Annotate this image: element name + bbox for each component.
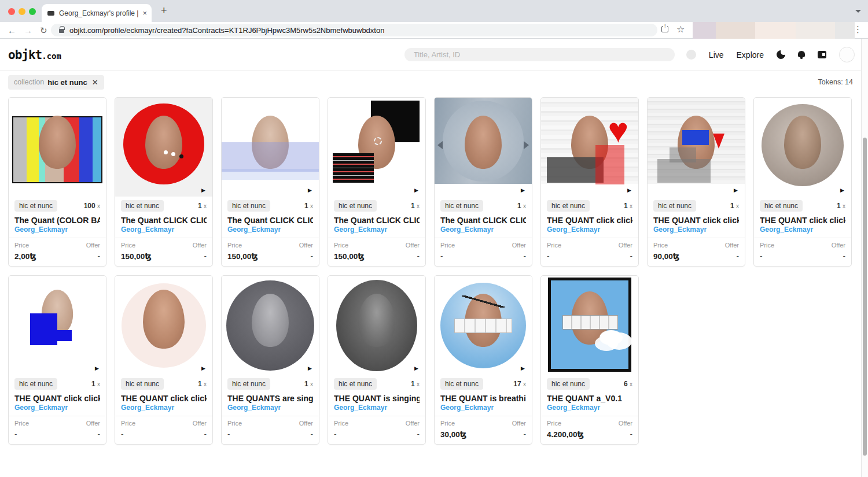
collection-badge[interactable]: hic et nunc <box>547 378 590 390</box>
token-thumb[interactable]: ▶ <box>222 98 319 197</box>
traffic-lights[interactable] <box>8 8 36 15</box>
nav-explore[interactable]: Explore <box>737 50 764 60</box>
token-title[interactable]: THE QUANTS are singing – ... <box>227 394 313 403</box>
artist-link[interactable]: Georg_Eckmayr <box>440 404 526 412</box>
browser-menu-icon[interactable]: ⋮ <box>854 24 862 35</box>
token-card[interactable]: ▶ hic et nunc 100 x The Quant (COLOR BAR… <box>8 97 106 267</box>
collection-badge[interactable]: hic et nunc <box>14 200 57 212</box>
artist-link[interactable]: Georg_Eckmayr <box>653 225 739 234</box>
artist-link[interactable]: Georg_Eckmayr <box>334 404 420 412</box>
play-icon[interactable]: ▶ <box>201 187 205 193</box>
scrollbar-thumb[interactable] <box>863 138 867 456</box>
play-icon[interactable]: ▶ <box>521 187 525 193</box>
artist-link[interactable]: Georg_Eckmayr <box>14 404 100 412</box>
wallet-icon[interactable] <box>818 51 826 58</box>
minimize-window-icon[interactable] <box>19 8 25 15</box>
token-card[interactable]: ▶ hic et nunc 6 x THE QUANT a_V0.1 Georg… <box>540 275 639 445</box>
token-card[interactable]: ▶ hic et nunc 17 x THE QUANT is breathin… <box>434 275 532 445</box>
artist-link[interactable]: Georg_Eckmayr <box>14 225 100 234</box>
token-title[interactable]: THE QUANT click click #2 <box>760 216 845 225</box>
collection-badge[interactable]: hic et nunc <box>440 378 483 390</box>
token-card[interactable]: ▶ hic et nunc 1 x The Quant CLICK CLICK … <box>115 97 213 267</box>
token-title[interactable]: THE QUANT click click Like <box>547 216 632 225</box>
collection-badge[interactable]: hic et nunc <box>334 378 377 390</box>
token-card[interactable]: ▶ hic et nunc 1 x THE QUANT click click … <box>647 97 745 267</box>
collection-badge[interactable]: hic et nunc <box>334 200 377 212</box>
token-card[interactable]: ▶ hic et nunc 1 x The Quant CLICK CLICK … <box>328 97 426 267</box>
token-thumb[interactable]: ▶ <box>435 276 532 375</box>
play-icon[interactable]: ▶ <box>840 187 844 193</box>
play-icon[interactable]: ▶ <box>308 187 312 193</box>
token-thumb[interactable]: ▶ <box>541 276 638 375</box>
artist-link[interactable]: Georg_Eckmayr <box>121 225 207 234</box>
chevron-down-icon[interactable] <box>855 10 861 13</box>
token-thumb[interactable]: ▶ <box>328 276 425 375</box>
token-title[interactable]: The Quant CLICK CLICK – s... <box>334 216 420 225</box>
token-thumb[interactable]: ▶ <box>9 98 106 197</box>
reload-icon[interactable]: ↻ <box>40 26 47 35</box>
share-icon[interactable] <box>661 26 668 32</box>
objkt-logo[interactable]: objkt.com <box>8 48 61 62</box>
artist-link[interactable]: Georg_Eckmayr <box>334 225 420 234</box>
collection-badge[interactable]: hic et nunc <box>653 200 696 212</box>
token-card[interactable]: ▶ hic et nunc 1 x THE QUANT click click … <box>115 275 213 445</box>
play-icon[interactable]: ▶ <box>95 365 99 371</box>
token-title[interactable]: THE QUANT click click DD... <box>653 216 739 225</box>
play-icon[interactable]: ▶ <box>414 187 418 193</box>
notifications-bell-icon[interactable] <box>798 51 805 57</box>
token-title[interactable]: THE QUANT a_V0.1 <box>547 394 632 403</box>
token-thumb[interactable]: ▶ <box>9 276 106 375</box>
address-bar[interactable]: objkt.com/profile/eckmayr/created?faCont… <box>51 24 657 36</box>
play-icon[interactable]: ▶ <box>734 187 738 193</box>
page-scrollbar[interactable] <box>861 39 868 477</box>
token-thumb[interactable]: ▶ <box>328 98 425 197</box>
nav-live[interactable]: Live <box>709 50 724 60</box>
collection-filter-chip[interactable]: collection hic et nunc ✕ <box>8 75 104 90</box>
search-input[interactable] <box>404 48 675 61</box>
token-card[interactable]: ▶ hic et nunc 1 x THE QUANTS are singing… <box>221 275 319 445</box>
collection-badge[interactable]: hic et nunc <box>227 378 270 390</box>
token-card[interactable]: ▶ hic et nunc 1 x The Quant CLICK CLICK … <box>434 97 532 267</box>
play-icon[interactable]: ▶ <box>308 365 312 371</box>
token-title[interactable]: The Quant (COLOR BAR ed... <box>14 216 100 225</box>
token-thumb[interactable]: ▶ <box>435 98 532 197</box>
token-card[interactable]: ▶ hic et nunc 1 x The Quant CLICK CLICK … <box>221 97 319 267</box>
bookmark-star-icon[interactable]: ☆ <box>676 24 685 35</box>
collection-badge[interactable]: hic et nunc <box>760 200 803 212</box>
token-title[interactable]: THE QUANT click click – Bl... <box>14 394 100 403</box>
play-icon[interactable]: ▶ <box>414 365 418 371</box>
dark-mode-moon-icon[interactable] <box>777 50 785 59</box>
browser-tab[interactable]: Georg_Eckmayr's profile | objk × <box>42 4 152 22</box>
token-thumb[interactable]: ▶ <box>115 276 212 375</box>
token-thumb[interactable]: ▶ <box>222 276 319 375</box>
tab-close-icon[interactable]: × <box>142 9 147 17</box>
token-thumb[interactable]: ▶ <box>648 98 745 197</box>
profile-avatar[interactable] <box>839 47 855 62</box>
artist-link[interactable]: Georg_Eckmayr <box>227 225 313 234</box>
remove-filter-icon[interactable]: ✕ <box>92 78 98 87</box>
token-title[interactable]: The Quant CLICK CLICK – r... <box>121 216 207 225</box>
url-text[interactable]: objkt.com/profile/eckmayr/created?faCont… <box>69 26 384 35</box>
token-title[interactable]: THE QUANT is singing – A ... <box>334 394 420 403</box>
artist-link[interactable]: Georg_Eckmayr <box>547 404 632 412</box>
token-card[interactable]: ▶ hic et nunc 1 x THE QUANT click click … <box>753 97 852 267</box>
token-card[interactable]: ▶ hic et nunc 1 x THE QUANT is singing –… <box>328 275 426 445</box>
token-title[interactable]: THE QUANT click click #1 <box>121 394 207 403</box>
close-window-icon[interactable] <box>8 8 15 15</box>
play-icon[interactable]: ▶ <box>627 187 631 193</box>
back-icon[interactable]: ← <box>8 26 16 35</box>
token-thumb[interactable]: ▶ <box>115 98 212 197</box>
artist-link[interactable]: Georg_Eckmayr <box>227 404 313 412</box>
token-thumb[interactable]: ▶ <box>541 98 638 197</box>
artist-link[interactable]: Georg_Eckmayr <box>760 225 845 234</box>
collection-badge[interactable]: hic et nunc <box>547 200 590 212</box>
collection-badge[interactable]: hic et nunc <box>14 378 57 390</box>
token-card[interactable]: ▶ hic et nunc 1 x THE QUANT click click … <box>8 275 106 445</box>
token-card[interactable]: ▶ hic et nunc 1 x THE QUANT click click … <box>540 97 639 267</box>
zoom-window-icon[interactable] <box>29 8 36 15</box>
token-thumb[interactable]: ▶ <box>754 98 851 197</box>
artist-link[interactable]: Georg_Eckmayr <box>121 404 207 412</box>
collection-badge[interactable]: hic et nunc <box>440 200 483 212</box>
play-icon[interactable]: ▶ <box>201 365 205 371</box>
new-tab-button[interactable]: + <box>161 5 167 17</box>
